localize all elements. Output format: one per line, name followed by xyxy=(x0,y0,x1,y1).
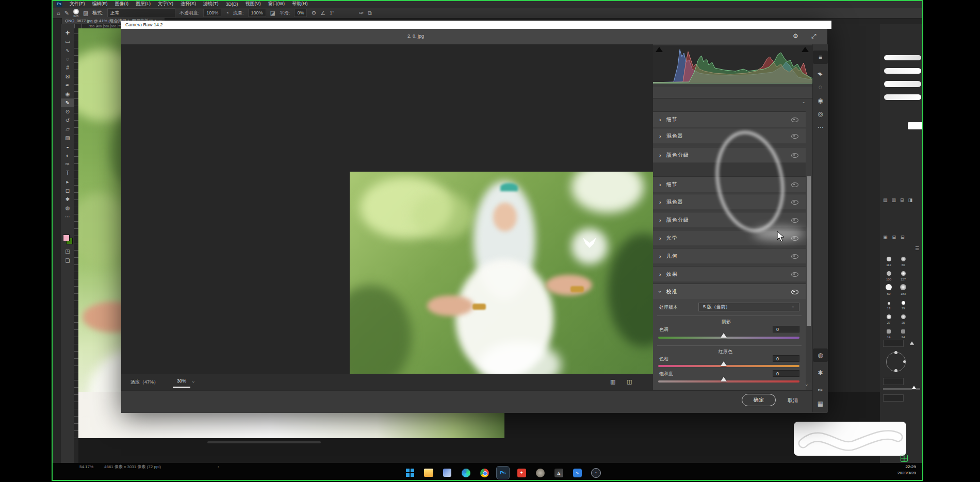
brush-size-field[interactable] xyxy=(883,340,904,347)
presets-tool[interactable]: ◎ xyxy=(813,107,828,121)
new-brush-icon[interactable]: ⊞ xyxy=(892,235,896,240)
settings-gear-icon[interactable]: ⚙ xyxy=(793,32,798,40)
start-button[interactable] xyxy=(404,467,416,479)
edit-tool[interactable]: ≡ xyxy=(813,51,828,64)
shadow-clipping-icon[interactable] xyxy=(656,47,663,52)
panel-tab-icon[interactable]: ▤ xyxy=(883,197,888,203)
eye-icon[interactable] xyxy=(791,254,798,259)
process-version-select[interactable]: 5 版（当前） xyxy=(698,303,799,311)
chrome-icon[interactable] xyxy=(478,467,491,479)
section-color-grading[interactable]: › 颜色分级 xyxy=(653,212,806,227)
more-options[interactable]: ⋯ xyxy=(813,121,828,134)
grid-overlay-toggle[interactable]: ▦ xyxy=(813,397,828,410)
section-calibration[interactable]: › 校准 xyxy=(653,284,806,299)
pen-tool[interactable]: ✑ xyxy=(61,160,74,169)
brush-item[interactable]: 112 xyxy=(882,254,895,267)
scroll-down-icon[interactable]: › xyxy=(804,385,809,386)
brush-stroke-preset[interactable] xyxy=(884,68,921,74)
obs-icon[interactable]: ◔ xyxy=(590,467,602,479)
zoom-tool[interactable]: ◍ xyxy=(813,348,828,362)
slider-thumb[interactable] xyxy=(912,386,916,389)
hand-tool[interactable]: ✱ xyxy=(61,195,74,204)
menu-filter[interactable]: 滤镜(T) xyxy=(203,1,219,7)
preset-thumbnail[interactable] xyxy=(908,122,923,129)
status-chevron-icon[interactable]: › xyxy=(218,465,219,469)
menu-view[interactable]: 视图(V) xyxy=(246,1,261,7)
healing-tool[interactable]: ▰ xyxy=(813,67,828,80)
saturation-value[interactable]: 0 xyxy=(773,370,799,377)
section-effects[interactable]: › 效果 xyxy=(653,266,806,281)
recorder-app-icon[interactable] xyxy=(534,467,546,479)
brush-item[interactable]: 13 xyxy=(882,297,895,310)
panel-scrollbar-thumb[interactable] xyxy=(807,176,811,326)
home-icon[interactable]: ⌂ xyxy=(57,10,60,16)
panel-tab-icon[interactable]: ▥ xyxy=(892,197,896,203)
brush-item[interactable]: 24 xyxy=(896,326,910,339)
histogram[interactable] xyxy=(653,45,812,84)
panel-tab-icon[interactable]: ⊞ xyxy=(900,197,904,203)
panel-tab-icon[interactable]: ◨ xyxy=(908,197,913,203)
quick-mask-toggle[interactable]: ◳ xyxy=(61,247,74,256)
brush-tool[interactable]: ✎ xyxy=(61,98,74,107)
hue-value[interactable]: 0 xyxy=(773,355,799,362)
gear-icon[interactable]: ⚙ xyxy=(311,10,316,16)
collapse-chevron-icon[interactable]: › xyxy=(801,102,806,104)
dodge-tool[interactable]: ◐ xyxy=(61,151,74,160)
delete-icon[interactable]: ⊟ xyxy=(901,235,905,240)
path-select-tool[interactable]: ▸ xyxy=(61,177,74,186)
mode-select[interactable]: 正常 xyxy=(107,8,175,18)
hardness-field[interactable] xyxy=(883,378,904,385)
photos-app-icon[interactable] xyxy=(441,467,453,479)
fit-zoom-label[interactable]: 适应（47%） xyxy=(130,380,158,385)
eye-icon[interactable] xyxy=(791,272,798,277)
white-balance-tool[interactable]: ✑ xyxy=(813,384,828,397)
eye-icon[interactable] xyxy=(791,236,798,241)
brush-stroke-preset[interactable] xyxy=(884,81,921,87)
section-color-grading[interactable]: › 颜色分级 xyxy=(653,147,806,162)
brush-item[interactable]: 183 xyxy=(896,283,910,295)
eyedropper-tool[interactable]: ✒ xyxy=(61,81,74,90)
fullscreen-expand-icon[interactable]: ⤢ xyxy=(811,32,816,40)
slider-thumb[interactable] xyxy=(910,341,914,344)
screen-mode-toggle[interactable]: ❏ xyxy=(61,256,74,265)
quick-select-tool[interactable]: ◌ xyxy=(61,55,74,63)
eye-icon[interactable] xyxy=(791,134,798,139)
brush-item[interactable]: 60 xyxy=(896,254,910,267)
saturation-slider-thumb[interactable] xyxy=(721,377,727,381)
brush-preset-picker[interactable]: 625 xyxy=(73,9,79,18)
eye-icon[interactable] xyxy=(791,118,798,122)
section-color-mixer[interactable]: › 混色器 xyxy=(653,194,806,209)
blue-app-icon[interactable]: ∿ xyxy=(571,467,583,479)
eye-icon[interactable] xyxy=(791,200,798,205)
history-brush-tool[interactable]: ↺ xyxy=(61,116,74,125)
tint-slider-thumb[interactable] xyxy=(721,333,727,338)
before-after-toggle-icon[interactable]: ◫ xyxy=(627,378,632,385)
zoom-tool[interactable]: ◍ xyxy=(61,204,74,212)
symmetry-icon[interactable]: ✑ xyxy=(359,10,364,16)
ok-button[interactable]: 确定 xyxy=(742,394,776,406)
brush-stroke-preset[interactable] xyxy=(884,55,921,60)
menu-help[interactable]: 帮助(H) xyxy=(292,1,308,7)
tint-value[interactable]: 0 xyxy=(773,326,799,333)
panel-scrollbar-track[interactable] xyxy=(806,176,811,383)
brush-tool-icon[interactable]: ✎ xyxy=(64,10,69,16)
menu-file[interactable]: 文件(F) xyxy=(70,1,85,7)
foreground-color-swatch[interactable] xyxy=(63,235,70,241)
zoom-dropdown-chevron-icon[interactable]: › xyxy=(191,381,196,383)
blur-tool[interactable]: ◒ xyxy=(61,142,74,151)
opacity-value[interactable]: 100% xyxy=(203,9,221,17)
eye-icon[interactable] xyxy=(791,218,798,223)
photoshop-taskbar-icon[interactable]: Ps xyxy=(497,467,509,479)
color-swatches[interactable] xyxy=(63,235,72,244)
ime-grid-icon[interactable] xyxy=(901,455,908,462)
eraser-tool[interactable]: ▱ xyxy=(61,125,74,134)
section-geometry[interactable]: › 几何 xyxy=(653,248,806,263)
brush-stroke-preset[interactable] xyxy=(884,94,921,100)
smooth-value[interactable]: 0% xyxy=(294,9,307,17)
eye-icon[interactable] xyxy=(791,182,798,187)
menu-3d[interactable]: 3D(D) xyxy=(226,2,238,7)
eye-icon[interactable] xyxy=(791,290,798,294)
angle-value[interactable]: 1° xyxy=(330,10,334,15)
move-tool[interactable]: ✚ xyxy=(61,28,74,37)
brush-item[interactable]: 35 xyxy=(896,312,910,324)
